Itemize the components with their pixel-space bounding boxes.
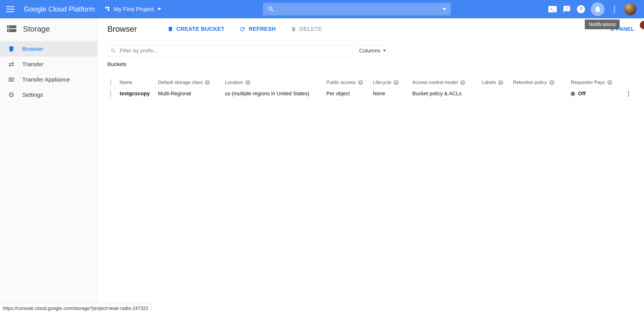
th-labels: Labels? xyxy=(482,80,513,85)
sidebar-item-label: Transfer xyxy=(22,61,44,68)
kebab-icon xyxy=(614,6,615,12)
app-bar-actions: >_ ! ? xyxy=(548,0,636,18)
appliance-icon xyxy=(7,76,16,83)
bell-icon xyxy=(594,5,602,13)
th-location: Location? xyxy=(225,80,326,85)
help-icon[interactable]: ? xyxy=(498,80,503,85)
th-requester-pays: Requester Pays? xyxy=(571,80,622,85)
row-checkbox[interactable] xyxy=(110,90,111,97)
th-access-control-model: Access control model? xyxy=(412,80,482,85)
cloud-shell-icon: >_ xyxy=(548,6,557,12)
help-icon[interactable]: ? xyxy=(460,80,465,85)
th-name: Name xyxy=(120,80,158,85)
project-icon xyxy=(104,6,110,13)
refresh-icon xyxy=(240,26,246,32)
gear-icon: ⚙ xyxy=(7,91,16,98)
hamburger-menu-button[interactable] xyxy=(6,6,14,12)
project-selector[interactable]: My First Project xyxy=(104,6,161,13)
sidebar-item-settings[interactable]: ⚙ Settings xyxy=(0,87,98,103)
feedback-icon: ! xyxy=(563,5,571,13)
user-avatar[interactable] xyxy=(624,3,636,15)
notifications-tooltip: Notifications xyxy=(585,19,620,29)
sidebar-item-browser[interactable]: Browser xyxy=(0,41,98,57)
cell-public-access: Per object xyxy=(326,91,373,97)
trash-icon xyxy=(291,26,296,32)
sidebar-nav: Browser ⇄ Transfer Transfer Appliance ⚙ … xyxy=(0,40,98,103)
filter-field xyxy=(107,45,352,56)
filter-search-icon xyxy=(110,48,116,54)
sidebar-item-label: Browser xyxy=(22,46,43,52)
help-icon[interactable]: ? xyxy=(245,80,250,85)
feedback-button[interactable]: ! xyxy=(562,5,571,13)
th-default-storage-class: Default storage class? xyxy=(158,80,225,85)
cell-bucket-name[interactable]: testgcscopy xyxy=(120,91,158,97)
header-checkbox[interactable] xyxy=(110,79,111,85)
sidebar-item-transfer[interactable]: ⇄ Transfer xyxy=(0,57,98,72)
sidebar-item-transfer-appliance[interactable]: Transfer Appliance xyxy=(0,72,98,87)
create-bucket-button[interactable]: CREATE BUCKET xyxy=(168,26,224,32)
app-bar: Google Cloud Platform My First Project >… xyxy=(0,0,644,18)
main-content: Columns Buckets Name Default storage cla… xyxy=(98,40,644,313)
sidebar-item-label: Settings xyxy=(22,92,43,98)
bucket-table: Name Default storage class? Location? Pu… xyxy=(107,77,634,100)
overflow-menu-button[interactable] xyxy=(610,5,619,13)
header-search[interactable] xyxy=(263,3,451,15)
requester-pays-status-dot xyxy=(571,92,575,96)
columns-dropdown[interactable]: Columns xyxy=(358,45,388,56)
status-url-bar: https://console.cloud.google.com/storage… xyxy=(0,304,152,313)
create-bucket-icon xyxy=(168,26,173,32)
filter-input[interactable] xyxy=(107,45,352,56)
help-icon[interactable]: ? xyxy=(549,80,554,85)
chevron-down-icon xyxy=(383,50,386,52)
row-kebab-menu[interactable] xyxy=(628,91,629,96)
sidebar: Storage Browser ⇄ Transfer Transfer Appl… xyxy=(0,18,98,313)
delete-label: DELETE xyxy=(300,26,322,32)
notifications-button[interactable] xyxy=(591,2,604,16)
project-caret-icon xyxy=(157,8,161,10)
page-title: Browser xyxy=(107,24,137,34)
table-header-row: Name Default storage class? Location? Pu… xyxy=(107,77,634,88)
cell-lifecycle: None xyxy=(373,91,412,97)
project-name: My First Project xyxy=(114,6,154,12)
cell-storage-class: Multi-Regional xyxy=(158,91,225,97)
search-icon xyxy=(268,6,274,13)
cell-requester-pays: Off xyxy=(571,91,622,97)
th-public-access: Public access? xyxy=(326,80,373,85)
cell-access-control: Bucket policy & ACLs xyxy=(412,91,482,97)
storage-product-icon xyxy=(6,24,17,34)
bucket-row: testgcscopy Multi-Regional us (multiple … xyxy=(107,88,634,100)
th-retention-policy: Retention policy? xyxy=(513,80,571,85)
header-search-input[interactable] xyxy=(278,6,439,12)
columns-label: Columns xyxy=(359,48,380,54)
refresh-button[interactable]: REFRESH xyxy=(240,26,276,32)
svg-text:!: ! xyxy=(566,6,568,11)
delete-button[interactable]: DELETE xyxy=(291,26,322,32)
th-lifecycle: Lifecycle? xyxy=(373,80,412,85)
help-icon[interactable]: ? xyxy=(607,80,612,85)
sidebar-item-label: Transfer Appliance xyxy=(22,76,70,83)
filter-row: Columns xyxy=(107,45,634,56)
help-icon[interactable]: ? xyxy=(358,80,363,85)
page-toolbar: Browser CREATE BUCKET REFRESH DELETE D P… xyxy=(98,18,644,40)
help-icon: ? xyxy=(577,5,585,13)
refresh-label: REFRESH xyxy=(248,26,276,32)
sidebar-title: Storage xyxy=(23,25,50,33)
buckets-section-label: Buckets xyxy=(107,61,634,67)
cloud-shell-button[interactable]: >_ xyxy=(548,5,557,13)
search-scope-caret-icon[interactable] xyxy=(442,8,446,10)
sidebar-header: Storage xyxy=(0,18,98,40)
cell-location: us (multiple regions in United States) xyxy=(225,91,326,97)
bucket-icon xyxy=(7,45,16,52)
help-button[interactable]: ? xyxy=(576,5,585,13)
create-bucket-label: CREATE BUCKET xyxy=(176,26,224,32)
requester-pays-value: Off xyxy=(578,91,586,97)
help-icon[interactable]: ? xyxy=(394,80,399,85)
gcp-logo[interactable]: Google Cloud Platform xyxy=(24,5,95,13)
transfer-icon: ⇄ xyxy=(7,61,16,68)
help-icon[interactable]: ? xyxy=(205,80,210,85)
